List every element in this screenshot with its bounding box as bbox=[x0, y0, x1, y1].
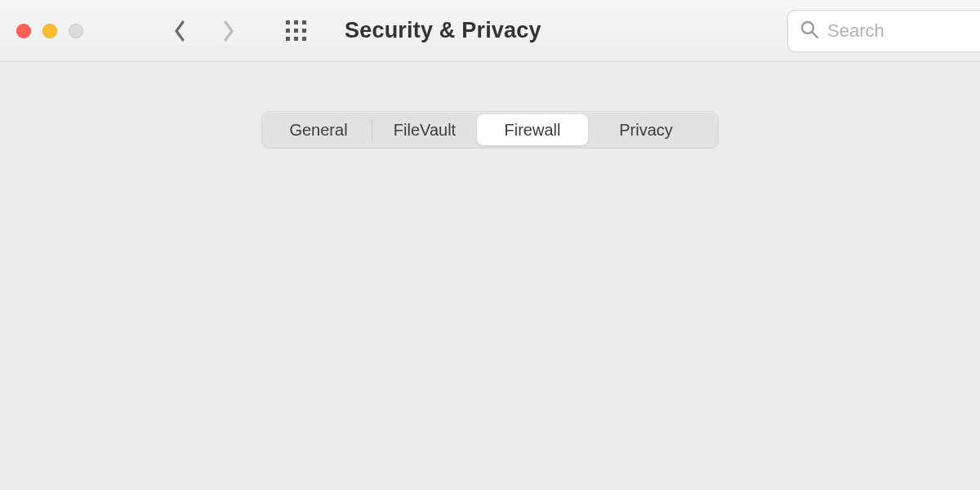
tab-filevault[interactable]: FileVault bbox=[372, 114, 477, 145]
nav-arrows bbox=[173, 20, 235, 42]
tab-firewall[interactable]: Firewall bbox=[477, 114, 588, 145]
svg-rect-5 bbox=[302, 29, 306, 33]
firewall-status-label: Firewall: On bbox=[110, 149, 222, 172]
show-all-prefs-icon[interactable] bbox=[284, 19, 309, 43]
firewall-options-button[interactable]: Firewall Options… bbox=[693, 282, 960, 314]
tab-general-label: General bbox=[289, 121, 347, 140]
svg-line-10 bbox=[812, 32, 817, 38]
svg-rect-8 bbox=[302, 37, 306, 41]
tab-firewall-label: Firewall bbox=[505, 121, 561, 140]
back-button[interactable] bbox=[173, 20, 186, 42]
search-icon bbox=[800, 20, 819, 42]
search-input[interactable] bbox=[827, 20, 980, 42]
svg-rect-7 bbox=[294, 37, 298, 41]
tab-privacy[interactable]: Privacy bbox=[588, 114, 704, 145]
firewall-options-label: Firewall Options… bbox=[760, 289, 893, 308]
minimize-window-button[interactable] bbox=[42, 24, 57, 38]
svg-rect-4 bbox=[294, 29, 298, 33]
svg-rect-2 bbox=[302, 20, 306, 24]
firewall-status-row: Firewall: On bbox=[78, 149, 960, 172]
svg-rect-1 bbox=[294, 20, 298, 24]
tab-general[interactable]: General bbox=[265, 114, 372, 145]
svg-rect-6 bbox=[286, 37, 290, 41]
titlebar: Security & Privacy bbox=[0, 0, 980, 62]
zoom-window-button[interactable] bbox=[69, 24, 83, 38]
firewall-description: The firewall is turned on and set up to … bbox=[78, 205, 947, 256]
window-controls bbox=[16, 24, 83, 38]
status-indicator-icon bbox=[78, 154, 92, 168]
tab-privacy-label: Privacy bbox=[619, 121, 673, 140]
search-field[interactable] bbox=[787, 10, 980, 52]
toggle-firewall-label: Turn Off Firewall bbox=[767, 152, 887, 171]
tab-bar: General FileVault Firewall Privacy bbox=[261, 111, 719, 149]
window-title: Security & Privacy bbox=[345, 18, 541, 43]
close-window-button[interactable] bbox=[16, 24, 31, 38]
toggle-firewall-button[interactable]: Turn Off Firewall bbox=[693, 145, 960, 177]
forward-button[interactable] bbox=[222, 20, 235, 42]
svg-rect-3 bbox=[286, 29, 290, 33]
tab-filevault-label: FileVault bbox=[394, 121, 456, 140]
content-area: Firewall: On Turn Off Firewall The firew… bbox=[0, 62, 980, 452]
svg-rect-0 bbox=[286, 20, 290, 24]
